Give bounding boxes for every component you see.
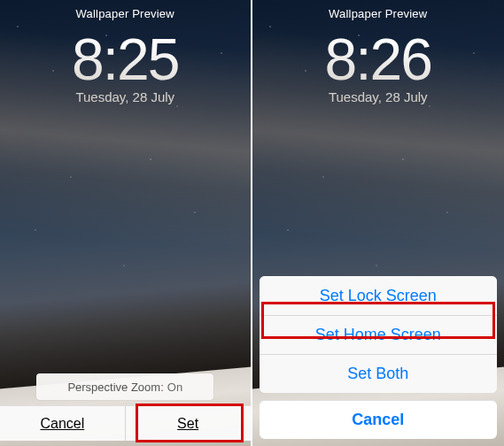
action-sheet: Set Lock Screen Set Home Screen Set Both…: [260, 276, 498, 439]
page-title: Wallpaper Preview: [252, 0, 505, 20]
set-button[interactable]: Set: [126, 406, 251, 441]
clock-time: 8:26: [252, 26, 505, 93]
cancel-button[interactable]: Cancel: [0, 406, 125, 441]
wallpaper-preview-right: Wallpaper Preview 8:26 Tuesday, 28 July …: [252, 0, 505, 446]
set-lock-screen-button[interactable]: Set Lock Screen: [260, 276, 498, 315]
clock-time: 8:25: [0, 26, 251, 93]
cancel-button[interactable]: Cancel: [260, 400, 498, 439]
wallpaper-preview-left: Wallpaper Preview 8:25 Tuesday, 28 July …: [0, 0, 252, 446]
perspective-zoom-label: Perspective Zoom:: [67, 381, 163, 394]
set-both-button[interactable]: Set Both: [260, 354, 498, 393]
clock-date: Tuesday, 28 July: [0, 89, 251, 104]
set-home-screen-button[interactable]: Set Home Screen: [260, 315, 498, 354]
perspective-zoom-toggle[interactable]: Perspective Zoom: On: [36, 373, 213, 400]
clock-date: Tuesday, 28 July: [252, 89, 505, 104]
perspective-zoom-value: On: [167, 381, 182, 394]
bottom-toolbar: Cancel Set: [0, 405, 251, 441]
action-sheet-group: Set Lock Screen Set Home Screen Set Both: [260, 276, 498, 393]
page-title: Wallpaper Preview: [0, 0, 251, 20]
